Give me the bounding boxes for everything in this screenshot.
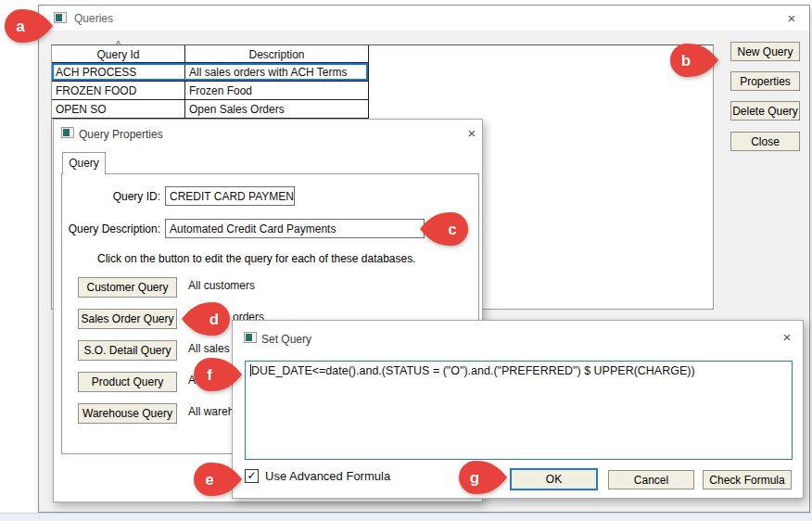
cell-description: Open Sales Orders	[185, 100, 368, 118]
cell-query-id: FROZEN FOOD	[52, 82, 185, 99]
close-button[interactable]: Close	[730, 132, 800, 151]
svg-text:e: e	[205, 471, 213, 489]
tab-query[interactable]: Query	[62, 152, 106, 174]
callout-a: a	[2, 6, 54, 45]
close-icon[interactable]: ×	[782, 9, 801, 28]
table-row[interactable]: OPEN SO Open Sales Orders	[52, 100, 368, 119]
query-properties-title: Query Properties	[79, 128, 163, 141]
query-id-field[interactable]: CREDIT CARD PAYMENTS	[165, 186, 295, 206]
delete-query-button[interactable]: Delete Query	[730, 101, 800, 121]
app-window-icon	[54, 12, 67, 23]
new-query-button[interactable]: New Query	[730, 42, 800, 61]
table-row[interactable]: ACH PROCESS All sales orders with ACH Te…	[52, 63, 368, 82]
formula-text: DUE_DATE<=date().and.(STATUS = ("O").and…	[251, 364, 695, 377]
query-table: ^ Query Id Description ACH PROCESS All s…	[52, 45, 369, 119]
query-description-label: Query Description:	[67, 222, 160, 235]
table-row[interactable]: FROZEN FOOD Frozen Food	[52, 82, 368, 100]
product-query-button[interactable]: Product Query	[78, 372, 177, 392]
customer-query-summary: All customers	[188, 279, 255, 292]
sales-order-query-button[interactable]: Sales Order Query	[78, 309, 177, 329]
queries-titlebar: Queries ×	[39, 6, 809, 31]
cell-query-id: ACH PROCESS	[52, 63, 185, 81]
svg-text:c: c	[448, 221, 456, 238]
column-header-label: Query Id	[96, 48, 139, 61]
svg-text:d: d	[209, 311, 219, 328]
so-detail-query-button[interactable]: S.O. Detail Query	[78, 340, 177, 361]
query-description-field[interactable]: Automated Credit Card Payments	[165, 219, 425, 238]
close-icon[interactable]: ×	[463, 124, 481, 143]
callout-d: d	[181, 299, 233, 338]
column-header-label: Description	[248, 48, 304, 61]
column-header-description[interactable]: Description	[185, 45, 368, 62]
column-header-query-id[interactable]: ^ Query Id	[52, 45, 185, 62]
use-advanced-formula-label: Use Advanced Formula	[265, 469, 390, 483]
warehouse-query-button[interactable]: Warehouse Query	[78, 403, 177, 424]
cell-query-id: OPEN SO	[52, 100, 185, 118]
cell-description: All sales orders with ACH Terms	[185, 63, 368, 81]
dialog-icon	[244, 332, 257, 343]
cell-description: Frozen Food	[185, 82, 368, 99]
use-advanced-formula-checkbox[interactable]: ✓	[245, 469, 259, 483]
set-query-title: Set Query	[261, 333, 311, 346]
query-id-label: Query ID:	[91, 190, 160, 203]
callout-f: f	[191, 355, 243, 394]
cancel-button[interactable]: Cancel	[608, 470, 694, 489]
svg-text:g: g	[470, 469, 479, 487]
query-table-header: ^ Query Id Description	[52, 45, 368, 63]
callout-e: e	[191, 460, 243, 499]
formula-textarea[interactable]: DUE_DATE<=date().and.(STATUS = ("O").and…	[245, 361, 793, 460]
callout-c: c	[419, 210, 471, 248]
customer-query-button[interactable]: Customer Query	[78, 277, 177, 298]
dialog-icon	[61, 127, 74, 138]
instruction-text: Click on the button to edit the query fo…	[97, 252, 416, 265]
set-query-dialog: Set Query × DUE_DATE<=date().and.(STATUS…	[232, 320, 804, 499]
properties-button[interactable]: Properties	[730, 71, 800, 91]
check-formula-button[interactable]: Check Formula	[703, 470, 792, 489]
svg-text:b: b	[681, 52, 691, 70]
screenshot-root: Queries × ^ Query Id Description ACH PRO…	[0, 0, 812, 521]
queries-window-title: Queries	[74, 12, 113, 25]
callout-b: b	[667, 41, 719, 80]
svg-text:a: a	[16, 18, 25, 35]
close-icon[interactable]: ×	[778, 328, 796, 347]
svg-text:f: f	[207, 366, 212, 384]
callout-g: g	[456, 458, 508, 497]
sort-indicator-icon: ^	[52, 40, 184, 50]
desktop-background-strip	[0, 513, 812, 521]
ok-button[interactable]: OK	[510, 468, 598, 490]
